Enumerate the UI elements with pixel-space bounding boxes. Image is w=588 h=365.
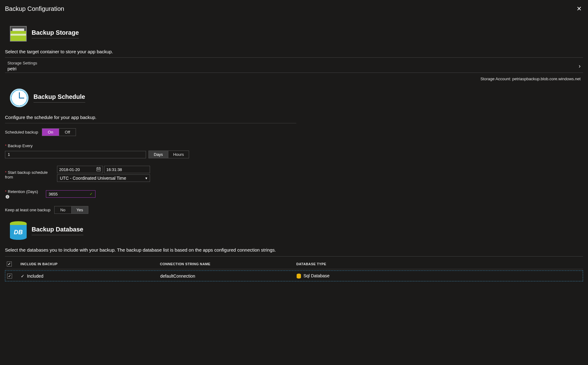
svg-rect-2: [97, 167, 98, 168]
scheduled-on-button[interactable]: On: [42, 129, 59, 136]
row-connection-name: defaultConnection: [160, 274, 297, 279]
chevron-right-icon: ›: [579, 63, 581, 69]
col-connection: CONNECTION STRING NAME: [160, 262, 296, 266]
backup-storage-section: Backup Storage Select the target contain…: [5, 26, 583, 82]
divider: [5, 123, 296, 123]
svg-rect-5: [98, 169, 99, 170]
start-time-value: 16:31:38: [106, 167, 122, 172]
chevron-down-icon: ▾: [145, 176, 147, 180]
select-all-checkbox[interactable]: ✓: [7, 262, 12, 266]
sql-icon: [297, 274, 301, 279]
divider: [5, 57, 583, 58]
start-date-value: 2018-01-20: [59, 167, 80, 172]
hours-button[interactable]: Hours: [168, 151, 189, 158]
timezone-value: UTC - Coordinated Universal Time: [60, 176, 126, 181]
storage-settings-row[interactable]: Storage Settings petri ›: [5, 60, 583, 72]
timezone-select[interactable]: UTC - Coordinated Universal Time ▾: [57, 174, 150, 182]
keep-one-label: Keep at least one backup: [5, 208, 51, 212]
close-icon[interactable]: ✕: [575, 4, 583, 14]
schedule-section-title: Backup Schedule: [33, 93, 85, 103]
start-date-input[interactable]: 2018-01-20: [57, 166, 103, 173]
keep-yes-button[interactable]: Yes: [71, 206, 88, 213]
storage-account-value: petriaspbackup.blob.core.windows.net: [512, 77, 581, 81]
col-type: DATABASE TYPE: [296, 262, 581, 266]
storage-account-label: Storage Account:: [480, 77, 512, 81]
start-schedule-label: *Start backup schedule from: [5, 166, 55, 179]
database-section-title: Backup Database: [32, 226, 83, 235]
retention-input[interactable]: 3655 ✓: [46, 190, 95, 198]
row-checkbox[interactable]: ✓: [7, 274, 12, 279]
divider: [5, 256, 583, 257]
col-include: INCLUDE IN BACKUP: [20, 262, 160, 266]
schedule-description: Configure the schedule for your app back…: [5, 115, 296, 120]
storage-section-title: Backup Storage: [32, 29, 79, 38]
clock-icon: [10, 89, 29, 107]
calendar-icon: [96, 167, 101, 172]
database-icon: [10, 221, 27, 240]
row-included: ✓ Included: [21, 274, 160, 279]
info-icon[interactable]: i: [6, 195, 9, 199]
storage-settings-label: Storage Settings: [7, 61, 37, 65]
backup-every-input[interactable]: [5, 151, 146, 158]
check-icon: ✓: [90, 192, 93, 196]
database-description: Select the databases you to include with…: [5, 247, 583, 253]
svg-rect-4: [97, 169, 98, 170]
scheduled-backup-label: Scheduled backup: [5, 130, 38, 134]
storage-account-info: Storage Account: petriaspbackup.blob.cor…: [5, 75, 583, 82]
page-title: Backup Configuration: [5, 5, 64, 12]
backup-schedule-section: Backup Schedule Configure the schedule f…: [5, 89, 296, 214]
storage-icon: [10, 26, 27, 42]
svg-rect-3: [99, 167, 100, 168]
row-db-type: Sql Database: [297, 273, 581, 279]
divider: [5, 73, 583, 73]
keep-no-button[interactable]: No: [55, 206, 71, 213]
storage-description: Select the target container to store you…: [5, 49, 583, 54]
scheduled-off-button[interactable]: Off: [59, 129, 76, 136]
checkmark-icon: ✓: [21, 274, 24, 279]
table-header: ✓ INCLUDE IN BACKUP CONNECTION STRING NA…: [5, 259, 583, 269]
retention-value: 3655: [49, 192, 58, 196]
row-included-label: Included: [27, 274, 43, 279]
backup-database-section: Backup Database Select the databases you…: [5, 221, 583, 281]
table-row[interactable]: ✓ ✓ Included defaultConnection Sql Datab…: [5, 270, 583, 281]
storage-settings-value: petri: [7, 66, 37, 71]
start-time-input[interactable]: 16:31:38: [104, 166, 150, 173]
days-button[interactable]: Days: [149, 151, 168, 158]
retention-label: *Retention (Days) i: [5, 189, 43, 199]
svg-rect-6: [99, 169, 100, 170]
backup-every-label: *Backup Every: [5, 143, 296, 148]
